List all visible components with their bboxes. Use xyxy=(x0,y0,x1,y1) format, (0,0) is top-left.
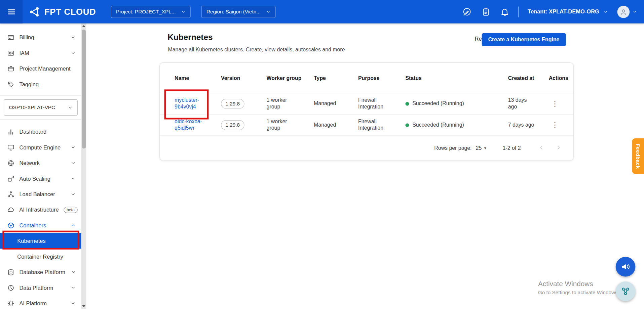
notifications-bell-button[interactable] xyxy=(500,7,509,16)
documents-icon xyxy=(481,7,490,16)
column-header-version: Version xyxy=(221,75,260,81)
containers-icon xyxy=(7,222,14,229)
chevron-down xyxy=(69,300,76,306)
sidebar-item-label: Dashboard xyxy=(19,129,46,135)
sidebar-item-compute-engine[interactable]: Compute Engine xyxy=(0,139,81,155)
sidebar-item-label: Compute Engine xyxy=(19,144,61,150)
megaphone-icon xyxy=(620,262,630,272)
sidebar-item-dashboard[interactable]: Dashboard xyxy=(0,124,81,139)
rows-per-page-label: Rows per page: xyxy=(434,145,471,151)
sidebar-menu-group: DashboardCompute EngineNetworkAuto Scali… xyxy=(0,124,81,309)
sidebar-item-ai-platform[interactable]: AI Platform xyxy=(0,296,81,309)
topbar-right: Tenant: XPLAT-DEMO-ORG xyxy=(462,5,638,18)
sidebar-item-container-registry[interactable]: Container Registry xyxy=(0,249,81,264)
activate-windows-watermark: Activate Windows Go to Settings to activ… xyxy=(538,280,618,295)
sidebar-item-database-platform[interactable]: Database Platform xyxy=(0,264,81,280)
sidebar-item-label: Project Management xyxy=(19,65,70,72)
previous-page-button[interactable] xyxy=(538,144,545,151)
sidebar-item-project-management[interactable]: Project Management xyxy=(0,61,81,76)
scrollbar-thumb[interactable] xyxy=(82,30,86,148)
sidebar-item-containers[interactable]: Containers xyxy=(0,218,81,233)
menu-toggle-button[interactable] xyxy=(0,0,23,24)
network-icon xyxy=(7,160,14,167)
load-balancer-icon xyxy=(7,191,14,198)
sidebar-item-label: Tagging xyxy=(19,81,39,87)
sidebar-item-ai-infrastructure[interactable]: AI Infrastructurebeta xyxy=(0,202,81,217)
sidebar-item-label: AI Infrastructure xyxy=(19,207,59,213)
caret-down-icon: ▾ xyxy=(484,145,486,150)
documents-button[interactable] xyxy=(481,7,490,16)
chevron-down-icon xyxy=(181,9,186,14)
cell-created-at: 13 days ago xyxy=(508,97,535,111)
row-actions-button[interactable]: ⋮ xyxy=(549,99,561,107)
column-header-purpose: Purpose xyxy=(358,75,393,81)
ai-assistant-fab[interactable] xyxy=(616,281,636,301)
scrollbar-up-button[interactable] xyxy=(81,24,86,29)
fpt-cloud-console: FPT CLOUD Project: PROJECT_XPL... Region… xyxy=(0,0,644,309)
sidebar-item-auto-scaling[interactable]: Auto Scaling xyxy=(0,171,81,186)
database-platform-icon xyxy=(7,269,14,276)
vpc-selector-value: OSP10-XPLAT-VPC xyxy=(9,105,55,111)
cell-name: oidc-koxoa-q5idl5wr xyxy=(175,118,217,132)
chevron-down xyxy=(69,50,76,56)
status-dot xyxy=(405,123,409,127)
column-header-status: Status xyxy=(405,75,504,81)
next-page-button[interactable] xyxy=(555,144,562,151)
sidebar-item-network[interactable]: Network xyxy=(0,155,81,171)
chevron-down xyxy=(69,176,76,181)
cell-name: mycluster-9b4v0vj4 xyxy=(175,97,217,111)
sidebar-item-label: Load Balancer xyxy=(19,191,55,197)
top-navigation-bar: FPT CLOUD Project: PROJECT_XPL... Region… xyxy=(0,0,644,24)
vpc-selector[interactable]: OSP10-XPLAT-VPC xyxy=(4,99,78,116)
sidebar-item-iam[interactable]: IAM xyxy=(0,45,81,60)
tag-icon xyxy=(7,81,14,88)
chevron-right-icon xyxy=(555,144,562,151)
table-pagination: Rows per page: 25 ▾ 1-2 of 2 xyxy=(434,135,562,161)
status-text: Succeeded (Running) xyxy=(412,122,464,128)
chevron-down xyxy=(69,191,76,197)
sidebar-scrollbar[interactable] xyxy=(81,24,86,309)
watermark-subtitle: Go to Settings to activate Windows xyxy=(538,290,618,296)
sidebar-item-label: Container Registry xyxy=(17,253,63,259)
feedback-tab[interactable]: Feedback xyxy=(632,138,644,174)
sidebar-item-label: Data Platform xyxy=(19,284,53,291)
sidebar-item-data-platform[interactable]: Data Platform xyxy=(0,280,81,295)
chevron-down xyxy=(69,144,76,150)
brand-name: FPT CLOUD xyxy=(44,7,96,16)
chevron-down xyxy=(69,35,76,40)
scrollbar-down-button[interactable] xyxy=(81,304,86,309)
cell-actions: ⋮ xyxy=(549,120,573,130)
notifications-bell-icon xyxy=(500,7,509,16)
chevron-down-icon xyxy=(266,9,271,14)
page-title: Kubernetes xyxy=(167,33,213,42)
sidebar-item-label: Database Platform xyxy=(19,269,65,275)
billing-icon xyxy=(7,34,14,41)
support-chat-button[interactable] xyxy=(462,7,471,16)
sidebar-item-label: Network xyxy=(19,160,39,166)
cluster-name-link[interactable]: mycluster-9b4v0vj4 xyxy=(175,97,216,111)
create-kubernetes-engine-button[interactable]: Create a Kubernetes Engine xyxy=(482,33,566,46)
tenant-selector[interactable]: Tenant: XPLAT-DEMO-ORG xyxy=(528,9,608,15)
chevron-down-icon xyxy=(603,9,608,14)
sidebar-item-label: Billing xyxy=(19,34,34,40)
chevron-down-icon xyxy=(67,105,73,111)
avatar xyxy=(617,5,630,18)
region-selector[interactable]: Region: Saigon (Vietn... xyxy=(201,5,275,18)
sidebar-item-kubernetes[interactable]: Kubernetes xyxy=(0,233,81,249)
sidebar-item-label: Auto Scaling xyxy=(19,175,50,181)
account-menu-button[interactable] xyxy=(617,5,638,18)
cluster-name-link[interactable]: oidc-koxoa-q5idl5wr xyxy=(175,118,216,132)
sidebar-item-tagging[interactable]: Tagging xyxy=(0,76,81,92)
region-selector-label: Region: Saigon (Vietn... xyxy=(206,9,261,14)
iam-icon xyxy=(7,49,14,56)
sidebar-item-label: Containers xyxy=(19,222,46,228)
announcements-fab[interactable] xyxy=(616,257,636,277)
chevron-up xyxy=(69,222,76,228)
row-actions-button[interactable]: ⋮ xyxy=(549,121,561,129)
cell-purpose: Firewall Integration xyxy=(358,97,393,111)
project-selector[interactable]: Project: PROJECT_XPL... xyxy=(111,5,190,18)
cell-created-at: 7 days ago xyxy=(508,122,535,129)
sidebar-item-load-balancer[interactable]: Load Balancer xyxy=(0,186,81,202)
rows-per-page-select[interactable]: 25 ▾ xyxy=(476,145,486,151)
sidebar-item-billing[interactable]: Billing xyxy=(0,30,81,45)
